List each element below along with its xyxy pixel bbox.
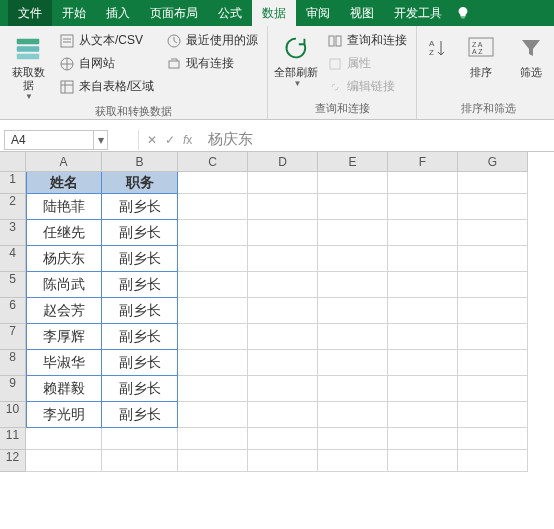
cell[interactable] <box>458 428 528 450</box>
cell[interactable] <box>248 350 318 376</box>
cell[interactable] <box>388 402 458 428</box>
cell[interactable] <box>248 450 318 472</box>
cell[interactable] <box>318 376 388 402</box>
cell[interactable] <box>178 402 248 428</box>
name-box-dropdown[interactable]: ▾ <box>94 130 108 150</box>
row-header[interactable]: 9 <box>0 376 26 402</box>
row-header[interactable]: 1 <box>0 172 26 194</box>
edit-links-button[interactable]: 编辑链接 <box>324 76 410 97</box>
cell[interactable] <box>102 450 178 472</box>
col-header-E[interactable]: E <box>318 152 388 172</box>
fx-icon[interactable]: fx <box>183 133 192 147</box>
cell[interactable]: 职务 <box>102 172 178 194</box>
cell[interactable] <box>248 402 318 428</box>
cell[interactable] <box>388 376 458 402</box>
cell[interactable] <box>388 428 458 450</box>
cell[interactable] <box>388 220 458 246</box>
cell[interactable] <box>388 324 458 350</box>
queries-button[interactable]: 查询和连接 <box>324 30 410 51</box>
cell[interactable] <box>248 298 318 324</box>
cell[interactable] <box>458 298 528 324</box>
tell-me-icon[interactable] <box>456 6 470 20</box>
cell[interactable] <box>318 450 388 472</box>
row-header[interactable]: 3 <box>0 220 26 246</box>
cell[interactable] <box>248 428 318 450</box>
cell[interactable] <box>318 246 388 272</box>
row-header[interactable]: 10 <box>0 402 26 428</box>
sort-button[interactable]: Z AA Z 排序 <box>459 30 503 79</box>
cell[interactable]: 副乡长 <box>102 298 178 324</box>
col-header-C[interactable]: C <box>178 152 248 172</box>
cell[interactable]: 副乡长 <box>102 376 178 402</box>
row-header[interactable]: 7 <box>0 324 26 350</box>
cell[interactable] <box>458 272 528 298</box>
cell[interactable] <box>26 428 102 450</box>
cell[interactable] <box>388 172 458 194</box>
row-header[interactable]: 12 <box>0 450 26 472</box>
cell[interactable]: 赖群毅 <box>26 376 102 402</box>
cell[interactable] <box>248 220 318 246</box>
cell[interactable]: 李厚辉 <box>26 324 102 350</box>
cell[interactable] <box>458 450 528 472</box>
from-table-button[interactable]: 来自表格/区域 <box>56 76 157 97</box>
cell[interactable]: 陆艳菲 <box>26 194 102 220</box>
cell[interactable] <box>178 324 248 350</box>
row-header[interactable]: 4 <box>0 246 26 272</box>
cell[interactable]: 副乡长 <box>102 220 178 246</box>
cell[interactable]: 副乡长 <box>102 246 178 272</box>
spreadsheet-grid[interactable]: ABCDEFG 1姓名职务2陆艳菲副乡长3任继先副乡长4杨庆东副乡长5陈尚武副乡… <box>0 152 554 472</box>
from-csv-button[interactable]: 从文本/CSV <box>56 30 157 51</box>
cell[interactable] <box>248 324 318 350</box>
row-header[interactable]: 8 <box>0 350 26 376</box>
tab-data[interactable]: 数据 <box>252 0 296 26</box>
cell[interactable] <box>102 428 178 450</box>
cell[interactable] <box>388 450 458 472</box>
cell[interactable]: 副乡长 <box>102 324 178 350</box>
tab-layout[interactable]: 页面布局 <box>140 0 208 26</box>
cell[interactable] <box>458 350 528 376</box>
cell[interactable] <box>318 272 388 298</box>
cell[interactable] <box>248 246 318 272</box>
cell[interactable]: 副乡长 <box>102 272 178 298</box>
cell[interactable] <box>248 194 318 220</box>
from-web-button[interactable]: 自网站 <box>56 53 157 74</box>
cell[interactable]: 副乡长 <box>102 350 178 376</box>
cell[interactable] <box>458 194 528 220</box>
cell[interactable] <box>248 172 318 194</box>
cell[interactable] <box>388 298 458 324</box>
cell[interactable]: 陈尚武 <box>26 272 102 298</box>
sort-asc-button[interactable]: AZ <box>423 30 453 64</box>
cell[interactable] <box>178 298 248 324</box>
tab-dev[interactable]: 开发工具 <box>384 0 452 26</box>
refresh-all-button[interactable]: 全部刷新 ▼ <box>274 30 318 88</box>
row-header[interactable]: 2 <box>0 194 26 220</box>
cell[interactable] <box>248 272 318 298</box>
tab-file[interactable]: 文件 <box>8 0 52 26</box>
cell[interactable] <box>458 324 528 350</box>
row-header[interactable]: 6 <box>0 298 26 324</box>
cell[interactable] <box>318 172 388 194</box>
cell[interactable]: 姓名 <box>26 172 102 194</box>
cell[interactable]: 任继先 <box>26 220 102 246</box>
cell[interactable]: 李光明 <box>26 402 102 428</box>
cell[interactable] <box>248 376 318 402</box>
formula-input[interactable]: 杨庆东 <box>200 130 554 149</box>
select-all-corner[interactable] <box>0 152 26 172</box>
tab-formulas[interactable]: 公式 <box>208 0 252 26</box>
cell[interactable] <box>318 298 388 324</box>
cell[interactable] <box>458 402 528 428</box>
name-box[interactable]: A4 <box>4 130 94 150</box>
cell[interactable] <box>388 272 458 298</box>
cell[interactable] <box>178 246 248 272</box>
col-header-A[interactable]: A <box>26 152 102 172</box>
cell[interactable] <box>318 402 388 428</box>
cell[interactable] <box>318 428 388 450</box>
col-header-D[interactable]: D <box>248 152 318 172</box>
cancel-formula-icon[interactable]: ✕ <box>147 133 157 147</box>
cell[interactable] <box>178 172 248 194</box>
cell[interactable] <box>178 450 248 472</box>
cell[interactable]: 毕淑华 <box>26 350 102 376</box>
cell[interactable] <box>458 246 528 272</box>
tab-review[interactable]: 审阅 <box>296 0 340 26</box>
row-header[interactable]: 11 <box>0 428 26 450</box>
